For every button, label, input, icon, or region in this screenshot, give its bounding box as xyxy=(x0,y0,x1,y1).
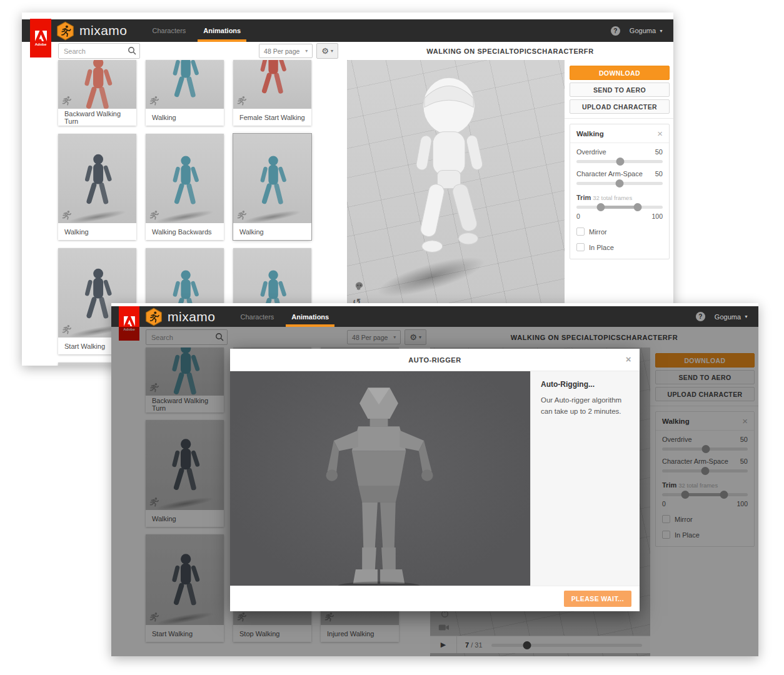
animation-card-label: Female Start Walking xyxy=(233,109,311,126)
help-icon[interactable]: ? xyxy=(696,312,705,321)
animation-card-label: Walking xyxy=(233,223,311,240)
mirror-label: Mirror xyxy=(589,228,607,236)
run-icon xyxy=(62,210,72,220)
animation-card-label: Walking xyxy=(58,223,136,240)
tab-characters[interactable]: Characters xyxy=(232,306,283,327)
animation-thumbnail xyxy=(58,60,136,109)
navbar-right: ? Goguma ▼ xyxy=(611,26,663,36)
user-menu[interactable]: Goguma ▼ xyxy=(630,27,663,34)
list-toolbar: 48 Per page ▾ ⚙ ▾ xyxy=(22,42,347,60)
run-icon xyxy=(149,210,159,220)
help-icon[interactable]: ? xyxy=(611,26,620,36)
animation-card[interactable]: Backward Walking Turn xyxy=(58,60,136,126)
animation-card[interactable]: Walking xyxy=(146,60,224,126)
per-page-select[interactable]: 48 Per page ▾ xyxy=(259,44,313,58)
tab-characters[interactable]: Characters xyxy=(144,19,195,42)
animation-card-selected[interactable]: Walking xyxy=(233,134,311,240)
character-figure xyxy=(164,149,206,223)
search-icon[interactable] xyxy=(128,46,136,55)
gear-icon: ⚙ xyxy=(321,47,329,55)
divider xyxy=(565,118,673,119)
character-figure xyxy=(391,74,503,286)
chevron-down-icon: ▾ xyxy=(305,48,308,54)
animation-card[interactable]: Female Start Walking xyxy=(233,60,311,126)
mirror-checkbox[interactable] xyxy=(576,228,585,236)
trim-slider[interactable] xyxy=(576,202,663,211)
navbar: Adobe mixamo Characters Animations xyxy=(111,306,758,327)
trim-start-handle[interactable] xyxy=(596,203,605,211)
trim-end-handle[interactable] xyxy=(633,203,641,211)
animation-card[interactable]: Walking xyxy=(58,134,136,240)
brand-name: mixamo xyxy=(168,309,216,324)
chevron-down-icon: ▾ xyxy=(331,48,333,54)
send-to-aero-button[interactable]: SEND TO AERO xyxy=(570,82,670,97)
mixamo-brand[interactable]: mixamo xyxy=(146,308,216,326)
settings-gear-button[interactable]: ⚙ ▾ xyxy=(316,43,338,59)
navbar: Adobe mixamo Characters Animations xyxy=(22,19,673,42)
overdrive-value: 50 xyxy=(655,148,663,156)
username: Goguma xyxy=(630,27,656,34)
arm-space-slider[interactable] xyxy=(576,179,663,188)
user-menu[interactable]: Goguma ▼ xyxy=(715,313,748,321)
username: Goguma xyxy=(715,313,741,321)
run-icon xyxy=(237,96,247,106)
settings-title: Walking xyxy=(576,130,604,138)
close-icon[interactable]: × xyxy=(657,129,663,138)
mixamo-hexagon-icon xyxy=(57,21,74,41)
in-place-checkbox[interactable] xyxy=(576,243,585,251)
character-figure xyxy=(252,60,293,109)
chevron-down-icon: ▼ xyxy=(659,29,663,33)
arm-space-value: 50 xyxy=(655,170,663,178)
adobe-logo[interactable]: Adobe xyxy=(30,19,51,58)
character-figure xyxy=(76,60,119,109)
arm-space-label: Character Arm-Space xyxy=(576,170,643,178)
animation-card-label: Walking xyxy=(146,109,224,126)
animation-settings-panel: Walking × Overdrive 50 Charac xyxy=(570,124,670,259)
upload-character-button[interactable]: UPLOAD CHARACTER xyxy=(570,99,670,114)
chevron-down-icon: ▼ xyxy=(744,314,748,319)
trim-max: 100 xyxy=(651,212,663,220)
overdrive-label: Overdrive xyxy=(576,148,606,156)
download-button[interactable]: DOWNLOAD xyxy=(570,66,670,80)
animation-thumbnail xyxy=(233,60,311,109)
per-page-value: 48 Per page xyxy=(264,48,299,55)
animation-card-label: Walking Backwards xyxy=(146,223,224,240)
adobe-wordmark: Adobe xyxy=(35,42,47,46)
tab-animations[interactable]: Animations xyxy=(194,19,249,42)
animation-thumbnail xyxy=(146,134,224,223)
nav-tabs: Characters Animations xyxy=(232,306,338,327)
close-icon[interactable]: × xyxy=(626,354,631,364)
character-figure xyxy=(164,60,206,109)
trim-min: 0 xyxy=(576,212,580,220)
rig-status-message: Our Auto-rigger algorithm can take up to… xyxy=(541,395,630,418)
animation-card[interactable]: Walking Backwards xyxy=(146,134,224,240)
rig-status-panel: Auto-Rigging... Our Auto-rigger algorith… xyxy=(530,371,640,586)
character-figure xyxy=(252,149,293,223)
run-icon xyxy=(62,324,72,334)
please-wait-button[interactable]: PLEASE WAIT... xyxy=(564,591,631,607)
run-icon xyxy=(62,96,72,106)
adobe-a-icon xyxy=(124,316,135,326)
tab-animations[interactable]: Animations xyxy=(283,306,338,327)
auto-rigger-modal: AUTO-RIGGER × xyxy=(230,349,640,611)
navbar-right: ? Goguma ▼ xyxy=(696,312,748,321)
rig-preview-3d[interactable] xyxy=(230,371,530,586)
character-figure xyxy=(304,379,454,586)
search-box xyxy=(58,43,140,59)
run-icon xyxy=(149,96,159,106)
in-place-label: In Place xyxy=(589,244,614,251)
overdrive-slider[interactable] xyxy=(576,157,663,166)
skeleton-icon[interactable] xyxy=(354,281,364,292)
rig-status-heading: Auto-Rigging... xyxy=(541,380,630,389)
mixamo-brand[interactable]: mixamo xyxy=(57,21,128,41)
mixamo-hexagon-icon xyxy=(146,308,162,326)
adobe-a-icon xyxy=(35,31,47,41)
animation-thumbnail xyxy=(233,134,311,223)
run-icon xyxy=(237,210,247,220)
modal-title: AUTO-RIGGER xyxy=(408,356,461,364)
animation-thumbnail xyxy=(58,134,136,223)
trim-frames-note: 32 total frames xyxy=(593,194,632,201)
character-figure xyxy=(76,148,119,223)
nav-tabs: Characters Animations xyxy=(144,19,250,42)
window-top-strip xyxy=(22,12,673,19)
